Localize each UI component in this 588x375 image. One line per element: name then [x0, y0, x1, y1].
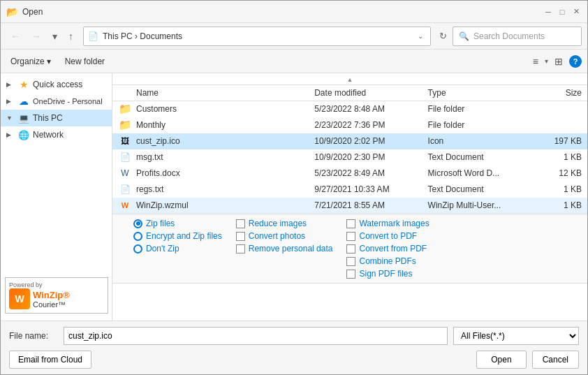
search-input[interactable] — [473, 31, 575, 41]
column-type-header[interactable]: Type — [428, 88, 525, 98]
view-dropdown-icon[interactable]: ▾ — [545, 57, 548, 65]
sidebar-item-onedrive[interactable]: ▶ ☁ OneDrive - Personal — [1, 93, 112, 110]
network-label: Network — [33, 130, 64, 140]
minimize-button[interactable]: ─ — [543, 6, 554, 17]
close-button[interactable]: ✕ — [571, 6, 582, 17]
encrypt-zip-option[interactable]: Encrypt and Zip files — [133, 231, 222, 241]
back-button[interactable]: ← — [6, 28, 24, 45]
watermark-label: Watermark images — [359, 219, 429, 228]
email-from-cloud-button[interactable]: Email from Cloud — [9, 351, 91, 369]
cancel-button[interactable]: Cancel — [532, 351, 579, 369]
file-date: 9/27/2021 10:33 AM — [314, 184, 427, 194]
address-bar[interactable]: 📄 This PC › Documents ⌄ — [83, 27, 431, 46]
file-date: 10/9/2020 2:02 PM — [314, 136, 427, 146]
sign-pdf-label: Sign PDF files — [359, 269, 412, 279]
file-type: Icon — [428, 136, 525, 146]
table-row[interactable]: 📄 msg.txt 10/9/2020 2:30 PM Text Documen… — [112, 149, 587, 166]
reduce-images-option[interactable]: Reduce images — [236, 219, 333, 228]
convert-from-pdf-checkbox[interactable] — [346, 244, 355, 253]
organize-button[interactable]: Organize ▾ — [6, 54, 55, 68]
help-button[interactable]: ? — [569, 55, 582, 68]
combine-pdfs-option[interactable]: Combine PDFs — [346, 256, 429, 266]
sidebar-item-network[interactable]: ▶ 🌐 Network — [1, 126, 112, 143]
up-button[interactable]: ↑ — [64, 28, 78, 45]
file-name: Monthly — [136, 120, 314, 130]
table-row[interactable]: 📁 Customers 5/23/2022 8:48 AM File folde… — [112, 101, 587, 117]
file-name: WinZip.wzmul — [136, 200, 314, 210]
dont-zip-radio[interactable] — [133, 244, 142, 253]
address-dropdown-icon[interactable]: ⌄ — [415, 32, 426, 40]
zip-files-option[interactable]: Zip files — [133, 219, 222, 228]
search-box[interactable]: 🔍 — [453, 27, 582, 46]
table-row[interactable]: 🖼 cust_zip.ico 10/9/2020 2:02 PM Icon 19… — [112, 133, 587, 149]
encrypt-zip-label: Encrypt and Zip files — [146, 231, 222, 241]
file-size: 12 KB — [525, 168, 582, 178]
reduce-images-checkbox[interactable] — [236, 219, 245, 228]
sort-up-icon: ▲ — [347, 76, 353, 83]
convert-to-pdf-checkbox[interactable] — [346, 232, 355, 241]
title-bar: 📂 Open ─ □ ✕ — [1, 1, 587, 23]
winzip-options-panel: Zip files Encrypt and Zip files Don't Zi… — [112, 214, 587, 284]
filename-label: File name: — [9, 331, 58, 341]
docx-icon: W — [118, 168, 132, 179]
remove-personal-option[interactable]: Remove personal data — [236, 244, 333, 253]
table-row[interactable]: 📄 regs.txt 9/27/2021 10:33 AM Text Docum… — [112, 182, 587, 198]
sign-pdf-option[interactable]: Sign PDF files — [346, 269, 429, 279]
remove-personal-label: Remove personal data — [249, 244, 333, 253]
convert-photos-label: Convert photos — [249, 231, 305, 241]
file-date: 7/21/2021 8:55 AM — [314, 200, 427, 210]
dropdown-button[interactable]: ▾ — [48, 28, 61, 45]
table-row[interactable]: 📁 Monthly 2/23/2022 7:36 PM File folder — [112, 117, 587, 133]
convert-photos-option[interactable]: Convert photos — [236, 231, 333, 241]
address-text: This PC › Documents — [103, 31, 415, 41]
file-type: File folder — [428, 104, 525, 114]
zip-files-label: Zip files — [146, 219, 175, 228]
bottom-bar: File name: All Files(*.*) Email from Clo… — [1, 321, 587, 374]
combine-pdfs-checkbox[interactable] — [346, 257, 355, 266]
convert-from-pdf-option[interactable]: Convert from PDF — [346, 244, 429, 253]
table-row[interactable]: W WinZip.wzmul 7/21/2021 8:55 AM WinZip … — [112, 198, 587, 214]
sidebar-item-quick-access[interactable]: ▶ ★ Quick access — [1, 76, 112, 93]
file-name: regs.txt — [136, 184, 314, 194]
folder-icon: 📁 — [118, 119, 132, 131]
filename-input[interactable] — [64, 327, 448, 345]
forward-button[interactable]: → — [27, 28, 45, 45]
file-date: 5/23/2022 8:48 AM — [314, 104, 427, 114]
dont-zip-option[interactable]: Don't Zip — [133, 244, 222, 253]
sign-pdf-checkbox[interactable] — [346, 270, 355, 279]
txt-icon: 📄 — [118, 152, 132, 163]
column-size-header[interactable]: Size — [525, 88, 582, 98]
refresh-button[interactable]: ↻ — [436, 29, 450, 43]
watermark-checkbox[interactable] — [346, 219, 355, 228]
encrypt-zip-radio[interactable] — [133, 232, 142, 241]
maximize-button[interactable]: □ — [557, 6, 568, 17]
title-bar-controls: ─ □ ✕ — [543, 6, 582, 17]
remove-personal-checkbox[interactable] — [236, 244, 245, 253]
convert-to-pdf-option[interactable]: Convert to PDF — [346, 231, 429, 241]
pane-view-button[interactable]: ⊞ — [551, 54, 566, 69]
file-name: cust_zip.ico — [136, 136, 314, 146]
sidebar-item-this-pc[interactable]: ▼ 💻 This PC — [1, 110, 112, 126]
address-bar-icon: 📄 — [88, 31, 98, 41]
winzip-logo-icon: W — [9, 288, 30, 309]
txt-icon: 📄 — [118, 184, 132, 195]
watermark-option[interactable]: Watermark images — [346, 219, 429, 228]
filetype-select[interactable]: All Files(*.*) — [453, 327, 579, 345]
quick-access-label: Quick access — [33, 80, 82, 89]
file-name: Customers — [136, 104, 314, 114]
list-view-button[interactable]: ≡ — [529, 54, 542, 69]
convert-photos-checkbox[interactable] — [236, 232, 245, 241]
open-button[interactable]: Open — [476, 351, 526, 369]
new-folder-button[interactable]: New folder — [61, 54, 109, 68]
column-name-header[interactable]: Name — [136, 88, 314, 98]
winzip-options: Zip files Encrypt and Zip files Don't Zi… — [133, 219, 566, 279]
sort-indicator: ▲ — [112, 73, 587, 85]
network-icon: 🌐 — [17, 129, 30, 140]
column-date-header[interactable]: Date modified — [314, 88, 427, 98]
powered-by-text: Powered by — [9, 281, 104, 288]
winzip-brand: WinZip® Courier™ — [33, 290, 70, 309]
winzip-product-text: Courier™ — [33, 300, 70, 309]
zip-files-radio[interactable] — [133, 219, 142, 228]
table-row[interactable]: W Profits.docx 5/23/2022 8:49 AM Microso… — [112, 166, 587, 182]
onedrive-label: OneDrive - Personal — [33, 97, 103, 105]
